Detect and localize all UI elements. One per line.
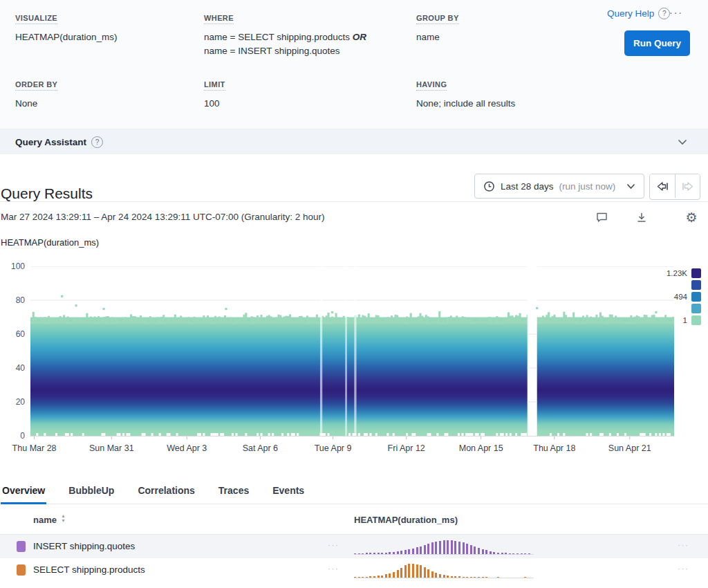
histogram-bar <box>431 542 434 554</box>
sort-icon[interactable]: ▲▼ <box>61 513 66 523</box>
histogram-bar <box>369 553 371 554</box>
help-circle-icon: ? <box>658 8 670 19</box>
histogram-bar <box>501 553 503 554</box>
order-by-label[interactable]: ORDER BY <box>15 80 57 91</box>
query-history-nav <box>649 174 700 200</box>
table-row[interactable]: INSERT shipping.quotes······ <box>0 535 708 558</box>
histogram-bar <box>435 573 437 578</box>
sort-down-glyph: ▼ <box>61 518 66 523</box>
tab-events[interactable]: Events <box>271 480 306 504</box>
row-menu-button[interactable]: ··· <box>678 540 689 550</box>
gear-icon[interactable]: ⚙ <box>684 210 698 224</box>
histogram-bar <box>373 576 375 578</box>
row-menu-button[interactable]: ··· <box>678 564 689 573</box>
row-menu-button[interactable]: ··· <box>328 564 339 573</box>
histogram-bar <box>458 576 460 578</box>
histogram-bar <box>412 564 414 578</box>
more-options-button[interactable]: ··· <box>669 7 683 18</box>
histogram-bar <box>424 545 426 554</box>
having-label[interactable]: HAVING <box>416 80 447 91</box>
run-query-button[interactable]: Run Query <box>624 30 690 56</box>
limit-value[interactable]: 100 <box>204 97 220 111</box>
histogram-bar <box>373 553 375 554</box>
histogram-bar <box>447 576 449 578</box>
histogram-bar <box>505 553 507 554</box>
legend-label: 494 <box>655 293 687 301</box>
time-range-value: Last 28 days <box>501 181 554 192</box>
histogram-bar <box>454 576 456 578</box>
histogram-bar <box>463 542 465 554</box>
histogram-bar <box>369 576 371 578</box>
duration-histogram <box>354 538 534 555</box>
tab-bubbleup[interactable]: BubbleUp <box>67 480 115 504</box>
histogram-bar <box>404 550 407 554</box>
histogram-bar <box>381 553 383 554</box>
histogram-bar <box>478 577 480 578</box>
row-menu-button[interactable]: ··· <box>328 540 339 550</box>
query-help-link[interactable]: Query Help? <box>607 8 670 19</box>
histogram-bar <box>512 553 514 554</box>
tab-correlations[interactable]: Correlations <box>136 480 196 504</box>
series-color-swatch <box>17 541 26 552</box>
time-range-dropdown[interactable]: Last 28 days (run just now) <box>474 174 644 199</box>
histogram-bar <box>474 577 476 578</box>
histogram-bar <box>466 577 468 578</box>
series-color-swatch <box>17 564 26 576</box>
histogram-bar <box>466 544 468 554</box>
heatmap-plot[interactable] <box>30 266 674 441</box>
history-forward-button[interactable] <box>675 174 700 198</box>
page-title: Query Results <box>1 185 93 202</box>
histogram-bar <box>439 541 441 554</box>
histogram-bar <box>362 577 364 578</box>
histogram-bar <box>412 549 414 554</box>
query-assistant-bar[interactable]: Query Assistant ? <box>0 129 708 154</box>
visualize-value[interactable]: HEATMAP(duration_ms) <box>15 30 118 44</box>
histogram-bar <box>516 553 519 554</box>
comment-icon[interactable] <box>595 210 608 224</box>
column-header-heatmap: HEATMAP(duration_ms) <box>354 515 458 525</box>
histogram-bar <box>458 542 460 554</box>
limit-label[interactable]: LIMIT <box>204 80 225 91</box>
histogram-bar <box>443 540 445 554</box>
histogram-bar <box>358 553 360 554</box>
sort-up-glyph: ▲ <box>61 513 66 518</box>
where-clause-1[interactable]: name = SELECT shipping.products OR <box>204 30 366 44</box>
group-by-label[interactable]: GROUP BY <box>416 14 459 24</box>
histogram-bar <box>524 553 526 554</box>
gear-glyph: ⚙ <box>685 211 697 224</box>
histogram-bar <box>389 573 391 578</box>
chevron-down-icon[interactable] <box>678 139 687 145</box>
histogram-bar <box>493 552 495 554</box>
tab-traces[interactable]: Traces <box>217 480 250 504</box>
histogram-bar <box>385 574 387 578</box>
histogram-bar <box>408 549 410 554</box>
column-header-name[interactable]: name <box>33 515 57 525</box>
legend-swatch <box>691 315 701 325</box>
group-by-value[interactable]: name <box>416 30 440 44</box>
histogram-bar <box>463 577 465 578</box>
where-clause-2[interactable]: name = INSERT shipping.quotes <box>204 44 340 58</box>
histogram-bar <box>482 549 484 554</box>
clock-icon <box>483 181 495 192</box>
histogram-bar <box>451 540 453 554</box>
histogram-bar <box>400 568 402 578</box>
histogram-bar <box>389 552 391 554</box>
histogram-bar <box>485 550 487 554</box>
y-tick-label: 80 <box>0 295 25 305</box>
legend-swatch <box>691 292 701 302</box>
history-back-button[interactable] <box>650 174 675 198</box>
histogram-bar <box>424 567 426 578</box>
where-label[interactable]: WHERE <box>204 14 234 24</box>
having-value[interactable]: None; include all results <box>416 97 515 111</box>
download-icon[interactable] <box>635 210 649 224</box>
x-tick-label: Thu Apr 18 <box>533 443 575 453</box>
histogram-bar <box>470 577 472 578</box>
histogram-bar <box>385 553 387 554</box>
histogram-bar <box>447 540 449 554</box>
histogram-bar <box>354 553 356 554</box>
order-by-value[interactable]: None <box>15 97 37 111</box>
tab-overview[interactable]: Overview <box>1 480 46 504</box>
visualize-label[interactable]: VISUALIZE <box>15 14 57 24</box>
table-row[interactable]: SELECT shipping.products······ <box>0 558 708 582</box>
time-range-note: (run just now) <box>559 181 616 192</box>
